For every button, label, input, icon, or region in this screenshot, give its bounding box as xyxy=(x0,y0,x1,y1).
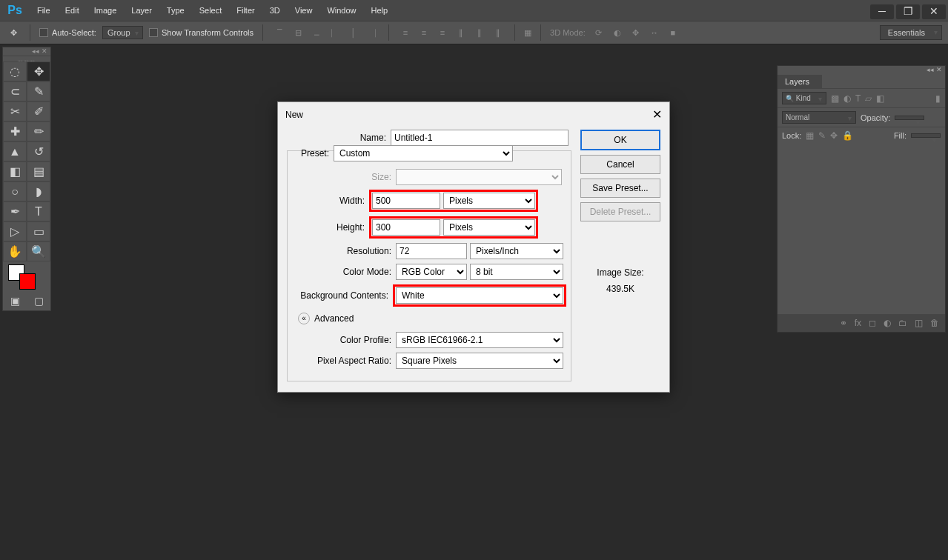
resolution-unit-dropdown[interactable]: Pixels/Inch xyxy=(470,243,563,259)
menu-window[interactable]: Window xyxy=(319,6,363,15)
lasso-tool[interactable]: ⊂ xyxy=(3,81,27,101)
align-left-icon[interactable]: ⎸ xyxy=(328,25,342,40)
brush-tool[interactable]: ✏ xyxy=(27,121,50,141)
resolution-input[interactable] xyxy=(396,243,467,259)
auto-align-icon[interactable]: ▦ xyxy=(524,28,531,38)
auto-select-checkbox[interactable]: Auto-Select: xyxy=(39,28,96,37)
width-input[interactable] xyxy=(372,193,440,209)
show-transform-checkbox[interactable]: Show Transform Controls xyxy=(149,28,253,37)
name-input[interactable] xyxy=(391,130,569,146)
ok-button[interactable]: OK xyxy=(580,130,660,150)
close-panel-icon[interactable]: ✕ xyxy=(936,66,942,75)
marquee-tool[interactable]: ◌ xyxy=(3,61,27,81)
pixel-filter-icon[interactable]: ▩ xyxy=(831,93,839,104)
bit-depth-dropdown[interactable]: 8 bit xyxy=(470,264,563,280)
lock-all-icon[interactable]: 🔒 xyxy=(842,130,853,141)
distribute-vcenter-icon[interactable]: ≡ xyxy=(417,25,431,40)
collapse-icon[interactable]: ◂◂ xyxy=(32,47,39,56)
color-profile-dropdown[interactable]: sRGB IEC61966-2.1 xyxy=(396,332,563,348)
width-unit-dropdown[interactable]: Pixels xyxy=(443,193,535,209)
bg-contents-dropdown[interactable]: White xyxy=(396,287,563,304)
history-brush-tool[interactable]: ↺ xyxy=(27,141,50,161)
trash-icon[interactable]: 🗑 xyxy=(930,318,939,328)
screen-mode-icon[interactable]: ▢ xyxy=(27,291,50,310)
window-close-button[interactable]: ✕ xyxy=(922,4,946,19)
dodge-tool[interactable]: ◗ xyxy=(27,181,50,201)
menu-3d[interactable]: 3D xyxy=(262,6,288,15)
opacity-field[interactable] xyxy=(895,116,924,120)
lock-pos-icon[interactable]: ✥ xyxy=(830,130,838,141)
hand-tool[interactable]: ✋ xyxy=(3,241,27,261)
crop-tool[interactable]: ✂ xyxy=(3,101,27,121)
menu-type[interactable]: Type xyxy=(159,6,192,15)
collapse-icon[interactable]: ◂◂ xyxy=(927,66,934,75)
type-filter-icon[interactable]: T xyxy=(855,93,861,104)
menu-file[interactable]: File xyxy=(30,6,58,15)
lock-trans-icon[interactable]: ▦ xyxy=(806,130,814,141)
color-mode-dropdown[interactable]: RGB Color xyxy=(396,264,467,280)
window-restore-button[interactable]: ❐ xyxy=(896,4,920,19)
healing-tool[interactable]: ✚ xyxy=(3,121,27,141)
height-input[interactable] xyxy=(372,219,440,236)
zoom-tool[interactable]: 🔍 xyxy=(27,241,50,261)
auto-select-target-dropdown[interactable]: Group xyxy=(102,26,143,39)
preset-dropdown[interactable]: Custom xyxy=(334,145,513,161)
pan-icon[interactable]: ✥ xyxy=(629,25,643,40)
layers-tab[interactable]: Layers xyxy=(778,75,822,88)
fill-field[interactable] xyxy=(911,133,941,138)
align-bottom-icon[interactable]: ⎽ xyxy=(309,25,324,40)
new-layer-icon[interactable]: ◫ xyxy=(915,318,923,328)
move-tool[interactable]: ✥ xyxy=(27,61,50,81)
advanced-toggle[interactable]: « xyxy=(298,313,310,324)
menu-image[interactable]: Image xyxy=(87,6,125,15)
shape-tool[interactable]: ▭ xyxy=(27,221,50,241)
blend-mode-dropdown[interactable]: Normal xyxy=(782,111,856,124)
workspace-dropdown[interactable]: Essentials xyxy=(880,25,942,40)
filter-kind-dropdown[interactable]: 🔍 Kind xyxy=(782,92,826,104)
filter-toggle-icon[interactable]: ▮ xyxy=(935,93,941,104)
close-panel-icon[interactable]: ✕ xyxy=(42,47,47,56)
blur-tool[interactable]: ○ xyxy=(3,181,27,201)
cancel-button[interactable]: Cancel xyxy=(580,155,660,174)
type-tool[interactable]: T xyxy=(27,201,50,221)
pixel-aspect-dropdown[interactable]: Square Pixels xyxy=(396,353,563,369)
height-unit-dropdown[interactable]: Pixels xyxy=(443,219,535,236)
menu-help[interactable]: Help xyxy=(364,6,396,15)
quick-select-tool[interactable]: ✎ xyxy=(27,81,50,101)
menu-view[interactable]: View xyxy=(288,6,320,15)
align-top-icon[interactable]: ⎺ xyxy=(272,25,287,40)
group-icon[interactable]: 🗀 xyxy=(898,318,907,328)
menu-filter[interactable]: Filter xyxy=(229,6,262,15)
save-preset-button[interactable]: Save Preset... xyxy=(580,179,660,198)
roll-icon[interactable]: ◐ xyxy=(610,25,625,40)
distribute-hcenter-icon[interactable]: ∥ xyxy=(472,25,487,40)
zoom-3d-icon[interactable]: ■ xyxy=(666,25,680,40)
slide-icon[interactable]: ↔ xyxy=(647,25,662,40)
color-swatches[interactable] xyxy=(3,261,50,291)
path-select-tool[interactable]: ▷ xyxy=(3,221,27,241)
adjust-filter-icon[interactable]: ◐ xyxy=(843,93,851,104)
background-swatch[interactable] xyxy=(19,273,36,290)
eyedropper-tool[interactable]: ✐ xyxy=(27,101,50,121)
adjustment-icon[interactable]: ◐ xyxy=(884,318,891,328)
align-hcenter-icon[interactable]: │ xyxy=(346,25,361,40)
menu-edit[interactable]: Edit xyxy=(58,6,87,15)
fx-icon[interactable]: fx xyxy=(855,318,861,328)
align-right-icon[interactable]: ⎹ xyxy=(365,25,379,40)
distribute-bottom-icon[interactable]: ≡ xyxy=(435,25,450,40)
close-dialog-button[interactable]: ✕ xyxy=(652,107,662,121)
mask-icon[interactable]: ◻ xyxy=(869,318,876,328)
stamp-tool[interactable]: ▲ xyxy=(3,141,27,161)
align-vcenter-icon[interactable]: ⊟ xyxy=(291,25,305,40)
distribute-right-icon[interactable]: ∥ xyxy=(491,25,506,40)
distribute-left-icon[interactable]: ∥ xyxy=(454,25,468,40)
lock-paint-icon[interactable]: ✎ xyxy=(818,130,826,141)
orbit-icon[interactable]: ⟳ xyxy=(591,25,606,40)
smart-filter-icon[interactable]: ◧ xyxy=(876,93,884,104)
window-minimize-button[interactable]: ─ xyxy=(870,4,894,19)
distribute-top-icon[interactable]: ≡ xyxy=(398,25,413,40)
gradient-tool[interactable]: ▤ xyxy=(27,161,50,181)
pen-tool[interactable]: ✒ xyxy=(3,201,27,221)
menu-select[interactable]: Select xyxy=(192,6,230,15)
link-icon[interactable]: ⚭ xyxy=(840,318,847,328)
